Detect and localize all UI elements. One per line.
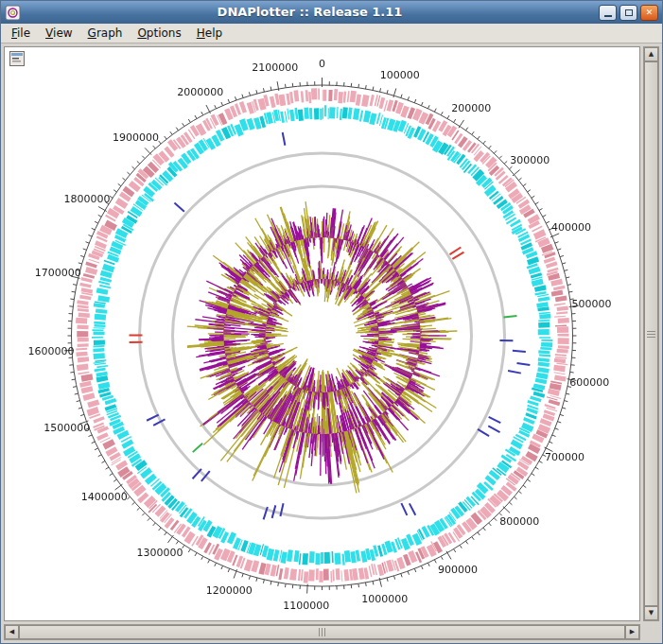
minimize-icon	[604, 15, 612, 17]
thumb-grip	[322, 628, 323, 636]
window-titlebar[interactable]: DNAPlotter :: Release 1.11 ✕	[1, 1, 662, 24]
menu-item-graph[interactable]: Graph	[80, 25, 131, 43]
menu-item-file[interactable]: File	[4, 25, 38, 43]
plot-viewport	[4, 46, 640, 621]
thumb-grip	[647, 331, 655, 332]
close-icon: ✕	[646, 8, 654, 17]
app-icon[interactable]	[5, 5, 21, 21]
maximize-button[interactable]	[619, 5, 637, 21]
scroll-down-button[interactable]: ▼	[644, 606, 658, 620]
scroll-up-button[interactable]: ▲	[644, 47, 658, 61]
down-arrow-icon: ▼	[649, 610, 654, 617]
menu-item-help[interactable]: Help	[189, 25, 230, 43]
vertical-scroll-thumb[interactable]	[644, 61, 658, 606]
vertical-scrollbar[interactable]: ▲ ▼	[643, 46, 659, 621]
thumb-grip	[324, 628, 325, 636]
scroll-right-button[interactable]: ▶	[625, 625, 639, 639]
scroll-left-button[interactable]: ◀	[5, 625, 19, 639]
window-title: DNAPlotter :: Release 1.11	[25, 1, 595, 24]
dnaplotter-window: DNAPlotter :: Release 1.11 ✕ FileViewGra…	[0, 0, 663, 644]
horizontal-scroll-thumb[interactable]	[19, 625, 625, 639]
left-arrow-icon: ◀	[9, 629, 14, 635]
canvas-mini-icon[interactable]	[9, 51, 25, 66]
close-button[interactable]: ✕	[640, 5, 658, 21]
thumb-grip	[319, 628, 320, 636]
up-arrow-icon: ▲	[649, 51, 654, 58]
minimize-button[interactable]	[599, 5, 617, 21]
main-panel: ▲ ▼ ◀ ▶	[1, 44, 662, 643]
genome-plot-canvas[interactable]	[5, 47, 639, 620]
maximize-icon	[625, 9, 633, 16]
right-arrow-icon: ▶	[630, 629, 635, 635]
thumb-grip	[647, 337, 655, 338]
menu-bar: FileViewGraphOptionsHelp	[1, 24, 662, 44]
thumb-grip	[647, 334, 655, 335]
menu-item-view[interactable]: View	[38, 25, 79, 43]
horizontal-scrollbar[interactable]: ◀ ▶	[4, 624, 640, 640]
menu-item-options[interactable]: Options	[130, 25, 188, 43]
